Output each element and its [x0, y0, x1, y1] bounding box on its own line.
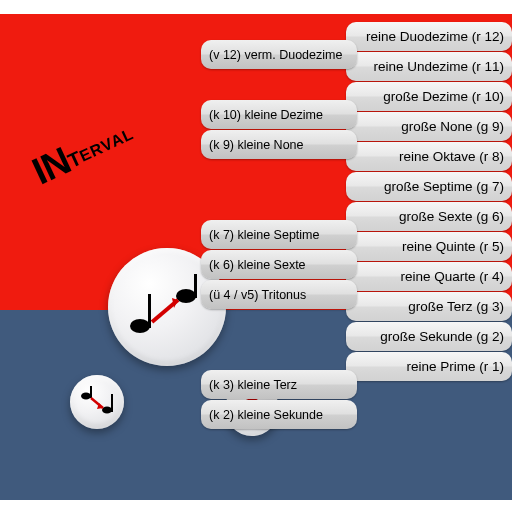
- interval-label: große Dezime (r 10): [383, 89, 504, 104]
- interval-label: große None (g 9): [401, 119, 504, 134]
- svg-rect-9: [111, 394, 113, 412]
- interval-label: reine Duodezime (r 12): [366, 29, 504, 44]
- svg-rect-7: [90, 386, 92, 398]
- interval-item[interactable]: (k 9) kleine None: [201, 130, 357, 159]
- interval-item[interactable]: große None (g 9): [346, 112, 512, 141]
- interval-label: (k 7) kleine Septime: [209, 228, 319, 242]
- notes-up-arrow-icon: [124, 274, 210, 340]
- interval-item[interactable]: (ü 4 / v5) Tritonus: [201, 280, 357, 309]
- interval-label: große Septime (g 7): [384, 179, 504, 194]
- interval-label: (v 12) verm. Duodezime: [209, 48, 342, 62]
- interval-label: (k 6) kleine Sexte: [209, 258, 306, 272]
- interval-label: (k 10) kleine Dezime: [209, 108, 323, 122]
- left-block-4: (k 3) kleine Terz (k 2) kleine Sekunde: [201, 370, 357, 429]
- interval-label: (k 9) kleine None: [209, 138, 304, 152]
- interval-label: große Terz (g 3): [408, 299, 504, 314]
- interval-label: reine Quarte (r 4): [400, 269, 504, 284]
- svg-point-0: [130, 319, 150, 333]
- interval-label: reine Quinte (r 5): [402, 239, 504, 254]
- interval-item[interactable]: (k 10) kleine Dezime: [201, 100, 357, 129]
- interval-item[interactable]: reine Quinte (r 5): [346, 232, 512, 261]
- interval-item[interactable]: große Terz (g 3): [346, 292, 512, 321]
- interval-item[interactable]: (k 3) kleine Terz: [201, 370, 357, 399]
- svg-point-8: [102, 407, 112, 414]
- play-interval-down-button[interactable]: [70, 375, 124, 429]
- interval-label: reine Prime (r 1): [406, 359, 504, 374]
- interval-item[interactable]: reine Oktave (r 8): [346, 142, 512, 171]
- interval-item[interactable]: (k 2) kleine Sekunde: [201, 400, 357, 429]
- svg-point-2: [176, 289, 196, 303]
- interval-item[interactable]: (v 12) verm. Duodezime: [201, 40, 357, 69]
- svg-rect-1: [148, 294, 151, 328]
- svg-point-6: [81, 393, 91, 400]
- interval-item[interactable]: reine Undezime (r 11): [346, 52, 512, 81]
- left-block-2: (k 10) kleine Dezime (k 9) kleine None: [201, 100, 357, 159]
- interval-item[interactable]: reine Quarte (r 4): [346, 262, 512, 291]
- left-block-3: (k 7) kleine Septime (k 6) kleine Sexte …: [201, 220, 357, 309]
- interval-item[interactable]: große Sexte (g 6): [346, 202, 512, 231]
- left-block-1: (v 12) verm. Duodezime: [201, 40, 357, 69]
- interval-item[interactable]: große Sekunde (g 2): [346, 322, 512, 351]
- svg-rect-3: [194, 274, 197, 298]
- interval-label: (k 3) kleine Terz: [209, 378, 297, 392]
- right-interval-list: reine Duodezime (r 12) reine Undezime (r…: [346, 22, 512, 381]
- interval-item[interactable]: reine Prime (r 1): [346, 352, 512, 381]
- interval-label: reine Undezime (r 11): [373, 59, 504, 74]
- interval-item[interactable]: große Dezime (r 10): [346, 82, 512, 111]
- interval-item[interactable]: (k 7) kleine Septime: [201, 220, 357, 249]
- interval-item[interactable]: große Septime (g 7): [346, 172, 512, 201]
- interval-label: große Sekunde (g 2): [380, 329, 504, 344]
- interval-item[interactable]: reine Duodezime (r 12): [346, 22, 512, 51]
- interval-label: (ü 4 / v5) Tritonus: [209, 288, 306, 302]
- app-stage: INTERVAL: [0, 0, 512, 512]
- interval-label: große Sexte (g 6): [399, 209, 504, 224]
- interval-label: reine Oktave (r 8): [399, 149, 504, 164]
- interval-label: (k 2) kleine Sekunde: [209, 408, 323, 422]
- notes-down-arrow-icon: [77, 386, 117, 418]
- interval-item[interactable]: (k 6) kleine Sexte: [201, 250, 357, 279]
